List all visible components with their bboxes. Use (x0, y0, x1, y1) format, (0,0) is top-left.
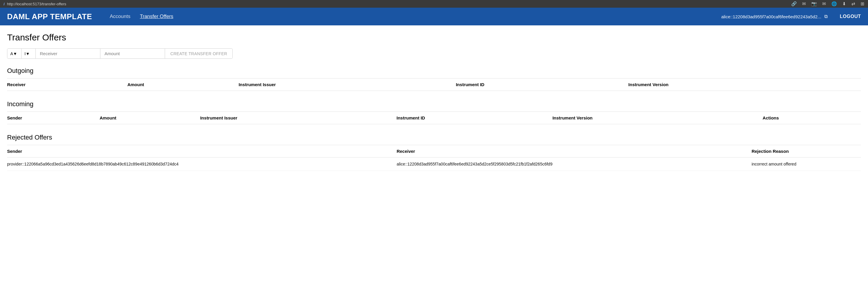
nav-link-transfer-offers[interactable]: Transfer Offers (140, 13, 173, 20)
table-row: provider::122066a5a96cd3ed1a435626d6eefd… (7, 158, 861, 171)
instrument-selector[interactable]: I▼ (22, 49, 36, 59)
outgoing-table: Receiver Amount Instrument Issuer Instru… (7, 78, 861, 91)
browser-icons: 🔗 ✉ 📷 ✉ 🌐 ⬇ ⇄ ⊞ (791, 1, 864, 6)
user-id: alice::12208d3ad955f7a00caf6fee6ed92243a… (721, 14, 822, 19)
outgoing-col-amount: Amount (127, 78, 239, 91)
receiver-input[interactable] (36, 49, 100, 59)
rejected-reason: incorrect amount offered (752, 158, 861, 171)
nav-link-accounts[interactable]: Accounts (110, 13, 130, 20)
info-icon: i (4, 2, 5, 6)
amount-input[interactable] (100, 49, 165, 59)
asset-selector-label: A▼ (10, 51, 17, 56)
grid-icon[interactable]: ⊞ (861, 1, 864, 6)
outgoing-col-id: Instrument ID (456, 78, 628, 91)
browser-url: http://localhost:5173/transfer-offers (7, 2, 66, 6)
incoming-heading: Incoming (7, 100, 861, 108)
download-icon[interactable]: ⬇ (842, 1, 846, 6)
navbar: DAML APP TEMPLATE Accounts Transfer Offe… (0, 8, 868, 25)
create-transfer-form: A▼ I▼ CREATE TRANSFER OFFER (7, 48, 232, 59)
incoming-col-issuer: Instrument Issuer (200, 112, 397, 124)
camera-icon[interactable]: 📷 (811, 1, 817, 6)
nav-links: Accounts Transfer Offers (110, 13, 173, 20)
app-brand: DAML APP TEMPLATE (7, 12, 92, 21)
create-transfer-button[interactable]: CREATE TRANSFER OFFER (165, 49, 232, 59)
incoming-col-actions: Actions (763, 112, 861, 124)
rejected-table-container: Sender Receiver Rejection Reason provide… (7, 145, 861, 171)
copy-icon[interactable]: ⧉ (824, 14, 828, 19)
rejected-receiver: alice::12208d3ad955f7a00caf6fee6ed92243a… (397, 158, 751, 171)
incoming-table: Sender Amount Instrument Issuer Instrume… (7, 111, 861, 124)
rejected-col-reason: Rejection Reason (752, 145, 861, 158)
incoming-table-container: Sender Amount Instrument Issuer Instrume… (7, 111, 861, 124)
instrument-selector-label: I▼ (25, 51, 30, 56)
rejected-sender: provider::122066a5a96cd3ed1a435626d6eefd… (7, 158, 397, 171)
outgoing-col-version: Instrument Version (628, 78, 861, 91)
rejected-heading: Rejected Offers (7, 134, 861, 141)
rejected-table: Sender Receiver Rejection Reason provide… (7, 145, 861, 171)
main-content: Transfer Offers A▼ I▼ CREATE TRANSFER OF… (0, 25, 868, 190)
outgoing-heading: Outgoing (7, 67, 861, 75)
mail-icon[interactable]: ✉ (802, 1, 806, 6)
logout-button[interactable]: LOGOUT (840, 14, 861, 19)
incoming-col-id: Instrument ID (397, 112, 552, 124)
outgoing-col-issuer: Instrument Issuer (239, 78, 456, 91)
globe-icon[interactable]: 🌐 (831, 1, 837, 6)
navbar-user: alice::12208d3ad955f7a00caf6fee6ed92243a… (721, 14, 861, 19)
incoming-col-amount: Amount (99, 112, 200, 124)
outgoing-table-container: Receiver Amount Instrument Issuer Instru… (7, 78, 861, 91)
asset-selector[interactable]: A▼ (7, 49, 22, 59)
browser-bar: i http://localhost:5173/transfer-offers … (0, 0, 868, 8)
page-title: Transfer Offers (7, 32, 861, 42)
envelope-icon[interactable]: ✉ (822, 1, 826, 6)
rejected-col-sender: Sender (7, 145, 397, 158)
rejected-col-receiver: Receiver (397, 145, 751, 158)
outgoing-col-receiver: Receiver (7, 78, 127, 91)
incoming-col-version: Instrument Version (552, 112, 763, 124)
transfer-icon[interactable]: ⇄ (851, 1, 855, 6)
incoming-col-sender: Sender (7, 112, 99, 124)
link-icon[interactable]: 🔗 (791, 1, 797, 6)
